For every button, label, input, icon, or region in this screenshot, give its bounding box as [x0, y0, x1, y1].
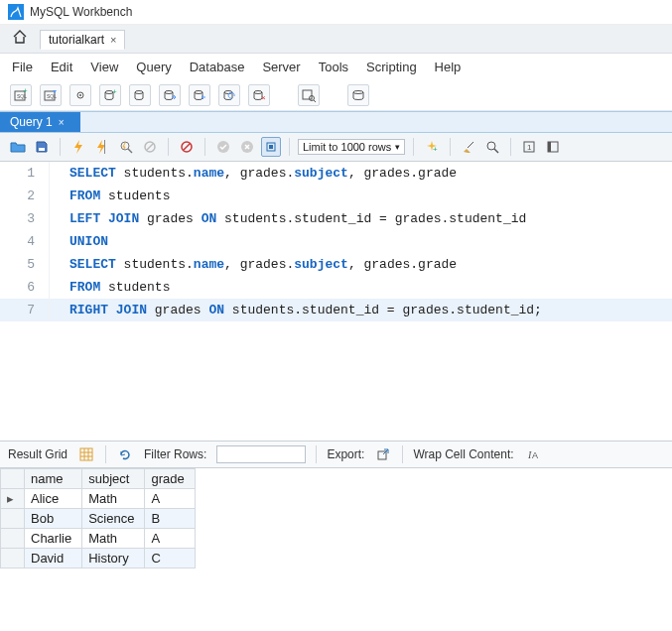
execute-icon[interactable]	[68, 137, 88, 157]
query-toolbar: Limit to 1000 rows ▾ + 1	[0, 133, 672, 162]
snippet-icon[interactable]: 1	[519, 137, 539, 157]
stop-icon[interactable]	[140, 137, 160, 157]
svg-text:×: ×	[261, 93, 266, 102]
execute-current-icon[interactable]	[92, 137, 112, 157]
connection-tab[interactable]: tutorialkart ×	[40, 30, 125, 50]
cell[interactable]: B	[145, 509, 195, 529]
beautify-icon[interactable]: +	[422, 137, 442, 157]
query-tab[interactable]: Query 1 ×	[0, 112, 80, 132]
line-number: 4	[0, 230, 50, 253]
table-row[interactable]: Bob Science B	[1, 509, 196, 529]
db-sql-icon[interactable]	[129, 84, 151, 106]
cell[interactable]: A	[145, 489, 195, 509]
db-add-icon[interactable]: +	[99, 84, 121, 106]
new-sql-tab-icon[interactable]: SQL+	[10, 84, 32, 106]
column-header-subject[interactable]: subject	[82, 469, 145, 489]
result-grid[interactable]: name subject grade ▸ Alice Math A Bob Sc…	[0, 468, 196, 568]
cell[interactable]: Alice	[25, 489, 82, 509]
cell[interactable]: A	[145, 529, 195, 549]
cell[interactable]: David	[25, 549, 82, 568]
limit-rows-dropdown[interactable]: Limit to 1000 rows ▾	[298, 139, 405, 155]
menu-query[interactable]: Query	[136, 60, 171, 74]
svg-point-10	[165, 91, 173, 94]
table-row[interactable]: Charlie Math A	[1, 529, 196, 549]
home-icon[interactable]	[6, 27, 34, 51]
autocommit-icon[interactable]	[261, 137, 281, 157]
cell[interactable]: Bob	[25, 509, 82, 529]
caret-down-icon: ▾	[395, 142, 400, 152]
cell[interactable]: Math	[82, 529, 145, 549]
svg-line-22	[128, 149, 132, 153]
cell[interactable]: Science	[82, 509, 145, 529]
db-manage-icon[interactable]	[347, 84, 369, 106]
cell[interactable]: History	[82, 549, 145, 568]
save-icon[interactable]	[32, 137, 52, 157]
inspector-icon[interactable]	[69, 84, 91, 106]
svg-point-6	[79, 94, 81, 96]
cell[interactable]: C	[145, 549, 195, 568]
db-out-icon[interactable]	[189, 84, 210, 106]
menu-help[interactable]: Help	[435, 60, 462, 74]
export-label: Export:	[327, 447, 364, 461]
db-delete-icon[interactable]: ×	[248, 84, 270, 106]
table-row[interactable]: ▸ Alice Math A	[1, 489, 196, 509]
line-number: 7	[0, 299, 50, 321]
refresh-icon[interactable]	[116, 445, 134, 463]
db-in-icon[interactable]	[159, 84, 181, 106]
query-tab-label: Query 1	[10, 115, 53, 129]
panel-toggle-icon[interactable]	[543, 137, 563, 157]
line-number: 3	[0, 207, 50, 230]
svg-text:A: A	[532, 450, 538, 460]
open-sql-icon[interactable]: SQL	[40, 84, 62, 106]
filter-rows-input[interactable]	[216, 445, 306, 463]
column-header-grade[interactable]: grade	[145, 469, 195, 489]
cell[interactable]: Charlie	[25, 529, 82, 549]
result-grid-label[interactable]: Result Grid	[8, 447, 67, 461]
rollback-icon[interactable]	[237, 137, 257, 157]
row-indicator-icon: ▸	[1, 489, 25, 509]
export-icon[interactable]	[374, 445, 392, 463]
find-icon[interactable]	[482, 137, 502, 157]
table-row[interactable]: David History C	[1, 549, 196, 568]
search-table-icon[interactable]	[298, 84, 320, 106]
wrap-icon[interactable]: IA	[524, 445, 542, 463]
app-logo-icon	[8, 4, 24, 20]
svg-rect-19	[39, 148, 45, 151]
menu-view[interactable]: View	[90, 60, 118, 74]
svg-line-32	[468, 142, 473, 148]
cell[interactable]: Math	[82, 489, 145, 509]
wrap-label: Wrap Cell Content:	[413, 447, 513, 461]
db-refresh-icon[interactable]	[218, 84, 240, 106]
window-title: MySQL Workbench	[30, 5, 132, 19]
commit-icon[interactable]	[213, 137, 233, 157]
svg-point-18	[353, 91, 363, 94]
kill-icon[interactable]	[177, 137, 197, 157]
svg-rect-39	[80, 448, 92, 460]
sql-editor[interactable]: 1SELECT students.name, grades.subject, g…	[0, 162, 672, 321]
menu-database[interactable]: Database	[190, 60, 245, 74]
svg-point-11	[195, 91, 202, 94]
close-icon[interactable]: ×	[110, 34, 116, 46]
line-number: 6	[0, 276, 50, 299]
query-tabstrip: Query 1 ×	[0, 111, 672, 133]
svg-text:+: +	[433, 145, 438, 154]
explain-icon[interactable]	[116, 137, 136, 157]
open-file-icon[interactable]	[8, 137, 28, 157]
close-icon[interactable]: ×	[59, 117, 65, 128]
line-number: 2	[0, 185, 50, 207]
menu-file[interactable]: File	[12, 60, 33, 74]
menu-scripting[interactable]: Scripting	[366, 60, 417, 74]
connection-tabstrip: tutorialkart ×	[0, 25, 672, 54]
titlebar: MySQL Workbench	[0, 0, 672, 25]
svg-text:1: 1	[527, 143, 532, 152]
menu-server[interactable]: Server	[262, 60, 300, 74]
svg-line-26	[184, 144, 190, 150]
menu-tools[interactable]: Tools	[319, 60, 348, 74]
column-header-name[interactable]: name	[25, 469, 82, 489]
grid-view-icon[interactable]	[77, 445, 95, 463]
menu-edit[interactable]: Edit	[51, 60, 72, 74]
svg-text:SQL: SQL	[47, 93, 57, 99]
connection-tab-label: tutorialkart	[49, 33, 104, 47]
brush-icon[interactable]	[459, 137, 478, 157]
main-toolbar: SQL+ SQL + ×	[0, 80, 672, 111]
